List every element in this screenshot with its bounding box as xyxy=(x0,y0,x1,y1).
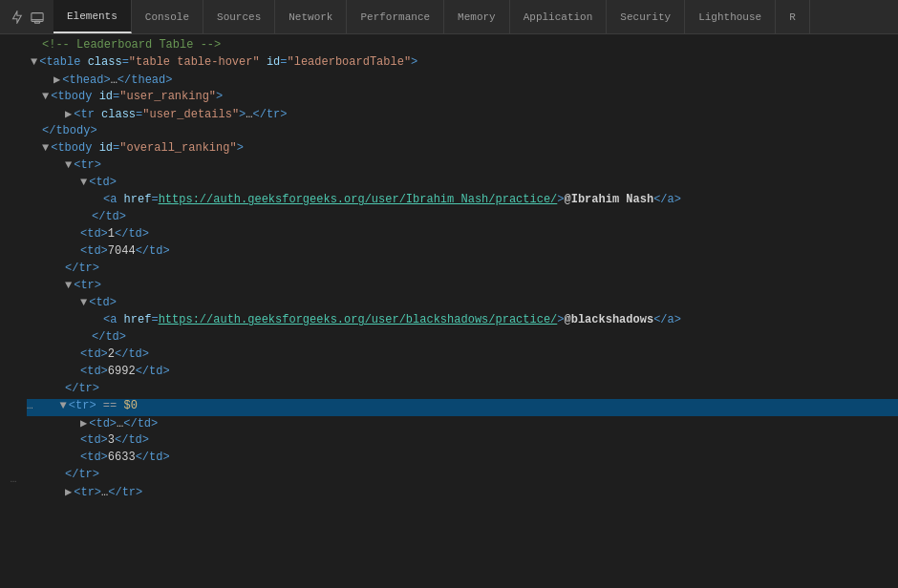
tab-more[interactable]: R xyxy=(776,0,810,33)
code-line-tr-user[interactable]: ▶ <tr class="user_details">…</tr> xyxy=(27,107,898,124)
td3-expand-arrow[interactable]: ▶ xyxy=(80,416,87,430)
tab-application[interactable]: Application xyxy=(510,0,608,33)
table-expand-arrow[interactable]: ▼ xyxy=(31,55,37,69)
code-line-td2[interactable]: ▼ <td> xyxy=(27,296,898,313)
code-line-tr3-selected[interactable]: … ▼ <tr> == $0 xyxy=(27,399,898,416)
code-line-td-rank1[interactable]: <td>1</td> xyxy=(27,227,898,244)
code-line-td1-close[interactable]: </td> xyxy=(27,210,898,227)
tr1-expand-arrow[interactable]: ▼ xyxy=(65,158,72,172)
tr-user-expand-arrow[interactable]: ▶ xyxy=(65,107,72,121)
left-gutter: … xyxy=(0,34,27,588)
td2-expand-arrow[interactable]: ▼ xyxy=(80,296,87,309)
code-line-td-score1[interactable]: <td>7044</td> xyxy=(27,244,898,262)
code-line-tbody-user[interactable]: ▼ <tbody id="user_ranking"> xyxy=(27,90,898,107)
code-line-td-score3[interactable]: <td>6633</td> xyxy=(27,451,898,468)
tab-network[interactable]: Network xyxy=(275,0,347,33)
devtools-window: Elements Console Sources Network Perform… xyxy=(0,0,898,588)
tbody-overall-expand-arrow[interactable]: ▼ xyxy=(42,141,49,155)
tbody-user-expand-arrow[interactable]: ▼ xyxy=(42,90,49,103)
tr2-expand-arrow[interactable]: ▼ xyxy=(65,279,72,292)
code-line-tbody-overall[interactable]: ▼ <tbody id="overall_ranking"> xyxy=(27,141,898,158)
code-line-td-rank3[interactable]: <td>3</td> xyxy=(27,433,898,451)
code-line-thead[interactable]: ▶ <thead>…</thead> xyxy=(27,73,898,90)
tr-more-expand-arrow[interactable]: ▶ xyxy=(65,485,72,499)
code-line-tr-more[interactable]: ▶ <tr>…</tr> xyxy=(27,485,898,502)
code-line-td2-close[interactable]: </td> xyxy=(27,330,898,347)
comment-text: <!-- Leaderboard Table --> xyxy=(42,38,221,52)
inspect-icon[interactable] xyxy=(10,10,23,24)
code-line-td-score2[interactable]: <td>6992</td> xyxy=(27,365,898,382)
code-line-tr1[interactable]: ▼ <tr> xyxy=(27,158,898,176)
td1-expand-arrow[interactable]: ▼ xyxy=(80,176,87,189)
code-line-tr1-close[interactable]: </tr> xyxy=(27,262,898,279)
code-line-a2[interactable]: <a href=https://auth.geeksforgeeks.org/u… xyxy=(27,313,898,330)
svg-rect-1 xyxy=(34,21,39,23)
tab-bar: Elements Console Sources Network Perform… xyxy=(0,0,898,34)
tab-lighthouse[interactable]: Lighthouse xyxy=(685,0,776,33)
code-line-td1[interactable]: ▼ <td> xyxy=(27,176,898,193)
code-line-tbody-user-close[interactable]: </tbody> xyxy=(27,124,898,141)
code-line-tr2-close[interactable]: </tr> xyxy=(27,382,898,399)
tab-console[interactable]: Console xyxy=(132,0,203,33)
code-line-table-open[interactable]: ▼ <table class="table table-hover" id="l… xyxy=(27,55,898,73)
tr3-expand-arrow[interactable]: ▼ xyxy=(60,399,67,412)
code-area[interactable]: <!-- Leaderboard Table --> ▼ <table clas… xyxy=(27,34,898,588)
code-line-comment[interactable]: <!-- Leaderboard Table --> xyxy=(27,38,898,55)
code-line-td-rank2[interactable]: <td>2</td> xyxy=(27,347,898,365)
thead-expand-arrow[interactable]: ▶ xyxy=(53,73,60,87)
code-line-td3-collapsed[interactable]: ▶ <td>…</td> xyxy=(27,416,898,433)
code-line-a1[interactable]: <a href=https://auth.geeksforgeeks.org/u… xyxy=(27,193,898,210)
link-ibrahim[interactable]: https://auth.geeksforgeeks.org/user/Ibra… xyxy=(159,193,558,206)
device-icon[interactable] xyxy=(31,10,44,24)
tab-performance[interactable]: Performance xyxy=(347,0,444,33)
tab-sources[interactable]: Sources xyxy=(203,0,275,33)
tab-memory[interactable]: Memory xyxy=(444,0,510,33)
code-line-tr2[interactable]: ▼ <tr> xyxy=(27,279,898,296)
selected-element-indicator: … xyxy=(11,473,17,485)
code-line-tr3-close[interactable]: </tr> xyxy=(27,468,898,485)
tab-elements[interactable]: Elements xyxy=(53,0,132,33)
toolbar-icons xyxy=(0,0,53,33)
link-blackshadows[interactable]: https://auth.geeksforgeeks.org/user/blac… xyxy=(159,313,558,326)
main-content: … <!-- Leaderboard Table --> ▼ <table cl… xyxy=(0,34,898,588)
tab-security[interactable]: Security xyxy=(607,0,685,33)
